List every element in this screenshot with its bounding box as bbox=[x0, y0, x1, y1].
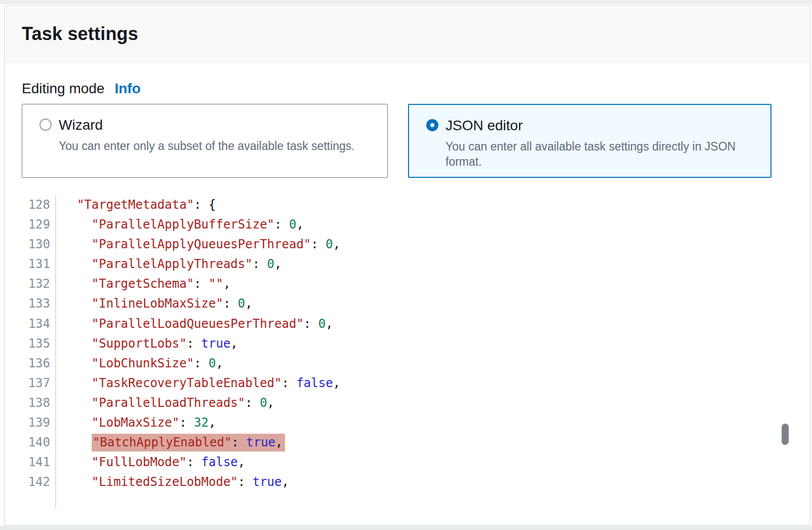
json-editor[interactable]: 1281291301311321331341351361371381391401… bbox=[22, 195, 793, 508]
line-number: 132 bbox=[22, 274, 50, 294]
editor-line[interactable]: "LobChunkSize": 0, bbox=[62, 354, 340, 373]
option-json-editor-description: You can enter all available task setting… bbox=[445, 139, 749, 169]
editor-code[interactable]: "TargetMetadata": { "ParallelApplyBuffer… bbox=[56, 195, 340, 508]
info-link[interactable]: Info bbox=[114, 81, 140, 97]
option-wizard-description: You can enter only a subset of the avail… bbox=[59, 138, 355, 154]
editor-line[interactable]: "FullLobMode": false, bbox=[62, 452, 340, 472]
panel-title: Task settings bbox=[22, 23, 138, 45]
editor-line[interactable]: "BatchApplyEnabled": true, bbox=[62, 433, 340, 452]
line-number: 128 bbox=[22, 195, 50, 215]
panel-header: Task settings bbox=[5, 6, 810, 62]
line-number: 139 bbox=[22, 413, 50, 433]
editing-mode-label: Editing mode bbox=[22, 81, 104, 97]
bottom-strip bbox=[0, 526, 812, 530]
editor-line[interactable]: "InlineLobMaxSize": 0, bbox=[62, 294, 340, 314]
editor-line[interactable]: "SupportLobs": true, bbox=[62, 334, 340, 354]
line-number: 138 bbox=[22, 393, 50, 413]
editor-line[interactable]: "ParallelLoadQueuesPerThread": 0, bbox=[62, 314, 340, 334]
option-wizard-text: Wizard You can enter only a subset of th… bbox=[59, 117, 355, 177]
editor-line[interactable]: "ParallelLoadThreads": 0, bbox=[62, 393, 340, 413]
editor-line[interactable]: "ParallelApplyThreads": 0, bbox=[62, 254, 340, 274]
line-number: 133 bbox=[22, 294, 50, 314]
editing-mode-row: Editing mode Info bbox=[22, 81, 793, 97]
line-number: 134 bbox=[22, 314, 50, 334]
line-number: 142 bbox=[22, 472, 50, 492]
top-strip bbox=[0, 0, 812, 4]
option-json-editor-label: JSON editor bbox=[445, 117, 749, 134]
line-number: 140 bbox=[22, 433, 50, 452]
editor-line[interactable]: "TaskRecoveryTableEnabled": false, bbox=[62, 373, 340, 393]
editor-line[interactable]: "LobMaxSize": 32, bbox=[62, 413, 340, 433]
editor-gutter: 1281291301311321331341351361371381391401… bbox=[22, 195, 56, 508]
radio-unselected-icon[interactable] bbox=[39, 119, 52, 131]
line-number: 136 bbox=[22, 354, 50, 373]
line-number: 137 bbox=[22, 373, 50, 393]
line-number: 135 bbox=[22, 334, 50, 354]
editor-line[interactable]: "LimitedSizeLobMode": true, bbox=[62, 472, 340, 492]
radio-selected-icon[interactable] bbox=[426, 119, 438, 131]
option-json-editor[interactable]: JSON editor You can enter all available … bbox=[408, 104, 772, 178]
task-settings-panel: Task settings Editing mode Info Wizard Y… bbox=[4, 5, 810, 525]
editor-line[interactable]: "ParallelApplyBufferSize": 0, bbox=[62, 215, 340, 235]
editing-mode-options: Wizard You can enter only a subset of th… bbox=[22, 104, 793, 178]
panel-body: Editing mode Info Wizard You can enter o… bbox=[5, 81, 810, 508]
option-wizard-label: Wizard bbox=[59, 117, 355, 134]
line-number: 129 bbox=[22, 215, 50, 235]
highlighted-code[interactable]: "BatchApplyEnabled": true, bbox=[92, 434, 285, 451]
line-number: 141 bbox=[22, 452, 50, 472]
line-number: 130 bbox=[22, 235, 50, 254]
line-number: 131 bbox=[22, 254, 50, 274]
editor-line[interactable]: "TargetSchema": "", bbox=[62, 274, 340, 294]
editor-line[interactable]: "TargetMetadata": { bbox=[62, 195, 340, 215]
option-json-editor-text: JSON editor You can enter all available … bbox=[445, 117, 749, 177]
editor-scrollbar-thumb[interactable] bbox=[782, 424, 789, 445]
option-wizard[interactable]: Wizard You can enter only a subset of th… bbox=[22, 104, 388, 178]
editor-line[interactable]: "ParallelApplyQueuesPerThread": 0, bbox=[62, 235, 340, 254]
page: Task settings Editing mode Info Wizard Y… bbox=[0, 0, 812, 530]
